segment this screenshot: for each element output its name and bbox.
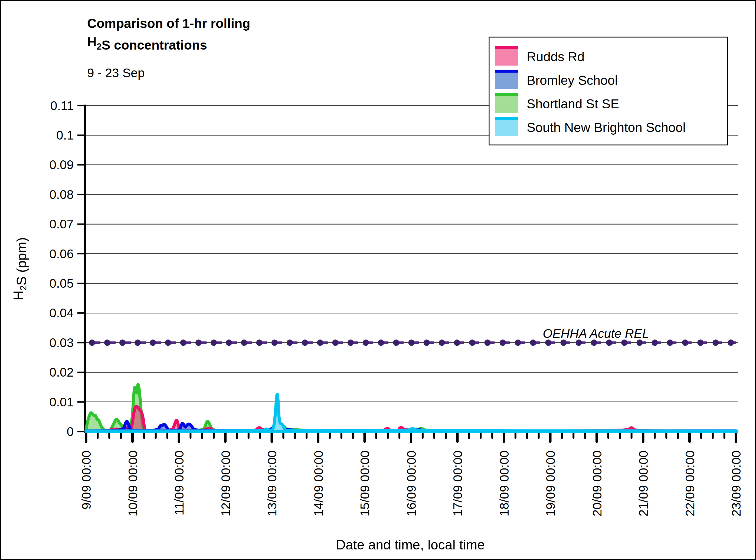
legend-label: Shortland St SE: [527, 97, 619, 111]
y-tick-label: 0.07: [49, 217, 74, 231]
ref-line-marker: [408, 339, 415, 346]
y-tick-label: 0.04: [49, 306, 74, 320]
ref-line-marker: [484, 339, 490, 346]
ref-line-marker: [469, 339, 475, 346]
x-tick-label: 20/09 00:00: [590, 451, 604, 516]
ref-line-marker: [150, 339, 156, 346]
ref-line-marker: [119, 339, 126, 346]
x-tick-label: 9/09 00:00: [79, 451, 93, 509]
ref-line-marker: [363, 339, 369, 346]
ref-line-marker: [195, 339, 202, 346]
legend-label: South New Brighton School: [527, 120, 686, 135]
ref-line-marker: [241, 339, 247, 346]
x-tick-label: 13/09 00:00: [265, 451, 279, 516]
ref-line-marker: [393, 339, 399, 346]
ref-line-marker: [165, 339, 171, 346]
y-tick-label: 0.03: [49, 336, 74, 350]
x-tick-label: 22/09 00:00: [683, 451, 697, 516]
y-tick-label: 0.05: [49, 276, 74, 291]
legend: Rudds RdBromley SchoolShortland St SESou…: [489, 37, 728, 145]
ref-line-marker: [712, 339, 719, 346]
y-tick-label: 0.1: [56, 128, 74, 142]
chart-title-line1: Comparison of 1-hr rolling: [87, 16, 250, 31]
ref-line-marker: [272, 339, 278, 346]
ref-line-marker: [332, 339, 339, 346]
x-tick-label: 18/09 00:00: [497, 451, 511, 516]
ref-line-marker: [317, 339, 323, 346]
legend-swatch-line: [495, 117, 518, 120]
ref-line-marker: [348, 339, 354, 346]
y-tick-label: 0.02: [49, 365, 74, 379]
ref-line-marker: [287, 339, 293, 346]
legend-label: Bromley School: [527, 73, 618, 87]
x-axis-title: Date and time, local time: [336, 537, 485, 553]
ref-line-marker: [728, 339, 734, 346]
legend-label: Rudds Rd: [527, 49, 584, 64]
reference-line-label: OEHHA Acute REL: [543, 326, 649, 341]
x-tick-label: 12/09 00:00: [219, 451, 233, 516]
x-tick-label: 23/09 00:00: [729, 451, 743, 516]
ref-line-marker: [500, 339, 506, 346]
ref-line-marker: [211, 339, 217, 346]
chart-figure: 00.010.020.030.040.050.060.070.080.090.1…: [0, 0, 756, 560]
x-tick-label: 17/09 00:00: [451, 451, 465, 516]
ref-line-marker: [378, 339, 384, 346]
y-tick-label: 0.09: [49, 158, 74, 172]
x-axis-tick-labels: 9/09 00:0010/09 00:0011/09 00:0012/09 00…: [79, 451, 743, 516]
legend-swatch-line: [495, 46, 518, 49]
ref-line-marker: [652, 339, 658, 346]
x-tick-label: 11/09 00:00: [172, 451, 186, 516]
x-tick-label: 21/09 00:00: [636, 451, 650, 516]
ref-line-marker: [439, 339, 445, 346]
ref-line-marker: [454, 339, 460, 346]
ref-line-marker: [89, 339, 95, 346]
ref-line-marker: [180, 339, 187, 346]
y-tick-label: 0.11: [50, 99, 74, 113]
chart-subtitle: 9 - 23 Sep: [87, 66, 145, 80]
legend-swatch-line: [495, 93, 518, 96]
x-tick-label: 15/09 00:00: [358, 451, 372, 516]
ref-line-marker: [697, 339, 704, 346]
h2s-comparison-chart: 00.010.020.030.040.050.060.070.080.090.1…: [0, 0, 756, 560]
ref-line-marker: [134, 339, 141, 346]
y-tick-label: 0: [67, 424, 74, 439]
ref-line-marker: [424, 339, 430, 346]
x-tick-label: 16/09 00:00: [404, 451, 418, 516]
ref-line-marker: [302, 339, 308, 346]
y-tick-label: 0.08: [49, 187, 74, 202]
y-tick-label: 0.01: [49, 395, 74, 409]
x-tick-label: 19/09 00:00: [544, 451, 558, 516]
ref-line-marker: [682, 339, 688, 346]
ref-line-marker: [667, 339, 673, 346]
ref-line-marker: [515, 339, 521, 346]
ref-line-marker: [226, 339, 232, 346]
ref-line-marker: [530, 339, 536, 346]
x-tick-label: 14/09 00:00: [312, 451, 326, 516]
ref-line-marker: [256, 339, 262, 346]
ref-line-marker: [104, 339, 110, 346]
x-tick-label: 10/09 00:00: [126, 451, 140, 516]
legend-swatch-line: [495, 69, 518, 73]
y-tick-label: 0.06: [49, 247, 74, 261]
